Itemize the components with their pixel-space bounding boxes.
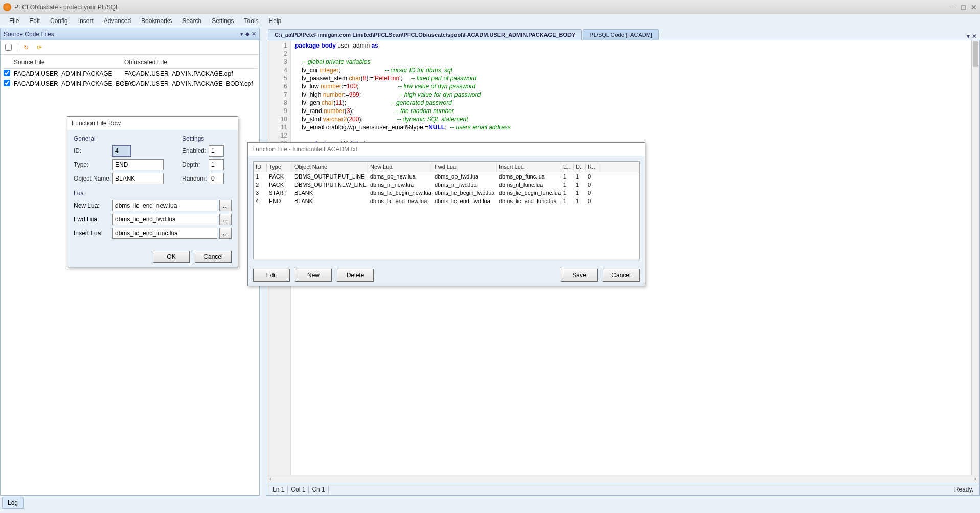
source-files-panel: Source Code Files ▾ ◆ ✕ ↻ ⟳ Source File … (0, 28, 260, 496)
grid-header: ID Type Object Name New Lua Fwd Lua Inse… (254, 162, 639, 172)
fwdlua-label: Fwd Lua: (74, 216, 110, 223)
tab-plsql-code[interactable]: PL/SQL Code [FACADM] (583, 29, 658, 40)
enabled-label: Enabled: (182, 147, 209, 154)
panel-dropdown-icon[interactable]: ▾ (240, 31, 243, 37)
menu-tools[interactable]: Tools (239, 15, 264, 27)
newlua-label: New Lua: (74, 202, 110, 209)
enabled-input[interactable] (209, 145, 224, 157)
file-row[interactable]: FACADM.USER_ADMIN.PACKAGE FACADM.USER_AD… (3, 69, 257, 79)
grid-row[interactable]: 4ENDBLANKdbms_lic_end_new.luadbms_lic_en… (254, 197, 639, 205)
grid-row[interactable]: 1PACKDBMS_OUTPUT.PUT_LINEdbms_op_new.lua… (254, 172, 639, 181)
general-label: General (74, 135, 176, 142)
menu-advanced[interactable]: Advanced (99, 15, 136, 27)
settings-label: Settings (182, 135, 231, 142)
scrollbar-thumb[interactable] (973, 41, 978, 67)
object-input[interactable] (112, 173, 164, 184)
titlebar: PFCLObfuscate - protect your PL/SQL — □ … (0, 0, 980, 14)
refresh-icon[interactable]: ↻ (21, 43, 31, 52)
vertical-scrollbar[interactable] (971, 40, 979, 475)
close-icon[interactable]: ✕ (971, 3, 977, 11)
panel-close-icon[interactable]: ✕ (252, 31, 256, 37)
horizontal-scrollbar[interactable]: ‹ › (266, 475, 979, 483)
tab-dropdown-icon[interactable]: ▾ (967, 33, 970, 40)
bottombar: Log (0, 496, 980, 513)
col-type[interactable]: Type (267, 162, 292, 172)
col-obfuscated[interactable]: Obfuscated File (124, 59, 257, 66)
fwdlua-input[interactable] (112, 214, 217, 225)
file-source: FACADM.USER_ADMIN.PACKAGE (13, 70, 124, 77)
object-label: Object Name: (74, 175, 112, 182)
menu-insert[interactable]: Insert (73, 15, 99, 27)
col-depth[interactable]: D.. (574, 162, 586, 172)
file-list-header: Source File Obfuscated File (3, 57, 257, 69)
source-toolbar: ↻ ⟳ (1, 40, 259, 55)
menu-bookmarks[interactable]: Bookmarks (136, 15, 177, 27)
file-checkbox[interactable] (4, 80, 10, 86)
col-id[interactable]: ID (254, 162, 267, 172)
newlua-input[interactable] (112, 200, 217, 211)
scroll-right-icon[interactable]: › (971, 475, 979, 483)
editor-tabs: C:\_aa\PD\PeteFinnigan.com Limited\PFCLS… (266, 28, 980, 40)
depth-input[interactable] (209, 159, 224, 170)
menu-help[interactable]: Help (264, 15, 287, 27)
cancel-button[interactable]: Cancel (603, 269, 640, 282)
random-input[interactable] (209, 173, 224, 184)
save-button[interactable]: Save (561, 269, 598, 282)
log-tab[interactable]: Log (2, 497, 24, 509)
window-title: PFCLObfuscate - protect your PL/SQL (14, 4, 119, 11)
status-ready: Ready. (951, 486, 976, 493)
checkbox-icon[interactable] (4, 43, 13, 52)
menu-edit[interactable]: Edit (24, 15, 45, 27)
inslua-browse-button[interactable]: ... (219, 228, 232, 239)
col-fwdlua[interactable]: Fwd Lua (432, 162, 497, 172)
edit-button[interactable]: Edit (253, 269, 290, 282)
type-input[interactable] (112, 159, 164, 170)
id-input[interactable] (112, 145, 131, 157)
file-obfuscated: FACADM.USER_ADMIN.PACKAGE.opf (124, 70, 257, 77)
id-label: ID: (74, 147, 112, 154)
file-checkbox[interactable] (4, 70, 10, 76)
depth-label: Depth: (182, 161, 209, 168)
col-newlua[interactable]: New Lua (368, 162, 432, 172)
grid-row[interactable]: 3STARTBLANKdbms_lic_begin_new.luadbms_li… (254, 189, 639, 197)
function-file-row-dialog: Function File Row General ID: Type: (67, 116, 238, 267)
col-source[interactable]: Source File (13, 59, 124, 66)
lua-label: Lua (74, 190, 232, 197)
source-file-list: Source File Obfuscated File FACADM.USER_… (1, 55, 259, 91)
ffrow-title: Function File Row (67, 117, 238, 130)
col-inslua[interactable]: Insert Lua (497, 162, 561, 172)
menu-file[interactable]: File (4, 15, 24, 27)
sync-icon[interactable]: ⟳ (35, 43, 44, 52)
type-label: Type: (74, 161, 112, 168)
inslua-input[interactable] (112, 228, 217, 239)
status-col: Col 1 (288, 486, 309, 493)
function-file-grid: ID Type Object Name New Lua Fwd Lua Inse… (253, 161, 640, 259)
ffile-title: Function File - functionfile.FACADM.txt (248, 143, 645, 156)
ok-button[interactable]: OK (153, 251, 190, 263)
minimize-icon[interactable]: — (949, 3, 956, 11)
col-random[interactable]: R.. (586, 162, 598, 172)
status-ch: Ch 1 (309, 486, 328, 493)
maximize-icon[interactable]: □ (962, 3, 966, 11)
editor-statusbar: Ln 1 Col 1 Ch 1 Ready. (266, 483, 979, 495)
tab-close-icon[interactable]: ✕ (972, 33, 977, 40)
col-object[interactable]: Object Name (292, 162, 368, 172)
fwdlua-browse-button[interactable]: ... (219, 214, 232, 225)
menu-config[interactable]: Config (45, 15, 73, 27)
new-button[interactable]: New (295, 269, 332, 282)
panel-pin-icon[interactable]: ◆ (245, 31, 249, 37)
col-enabled[interactable]: E.. (561, 162, 574, 172)
grid-row[interactable]: 2PACKDBMS_OUTPUT.NEW_LINEdbms_nl_new.lua… (254, 181, 639, 189)
file-row[interactable]: FACADM.USER_ADMIN.PACKAGE_BODY FACADM.US… (3, 79, 257, 89)
menu-search[interactable]: Search (177, 15, 207, 27)
menu-settings[interactable]: Settings (207, 15, 239, 27)
tab-active-file[interactable]: C:\_aa\PD\PeteFinnigan.com Limited\PFCLS… (268, 29, 582, 40)
inslua-label: Insert Lua: (74, 230, 110, 237)
newlua-browse-button[interactable]: ... (219, 200, 232, 211)
scroll-left-icon[interactable]: ‹ (266, 475, 275, 483)
delete-button[interactable]: Delete (337, 269, 374, 282)
cancel-button[interactable]: Cancel (195, 251, 232, 263)
file-obfuscated: FACADM.USER_ADMIN.PACKAGE_BODY.opf (124, 80, 257, 87)
window-controls: — □ ✕ (949, 3, 977, 11)
source-files-title: Source Code Files (4, 31, 54, 38)
